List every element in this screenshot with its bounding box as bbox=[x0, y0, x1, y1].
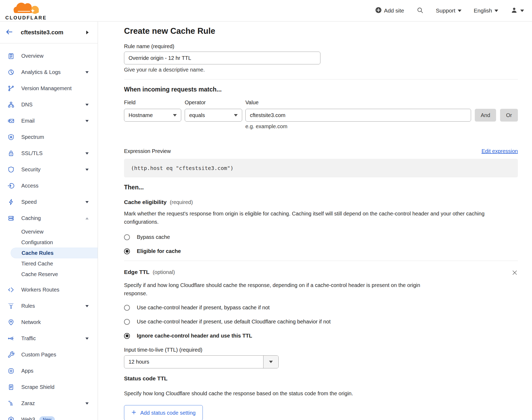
sidebar-subitem-cache-reserve[interactable]: Cache Reserve bbox=[0, 269, 98, 280]
chevron-down-icon bbox=[85, 169, 89, 171]
radio-icon bbox=[124, 319, 130, 325]
operator-select[interactable]: equals bbox=[185, 109, 242, 122]
sidebar-item-email[interactable]: Email bbox=[0, 113, 98, 129]
sidebar: cftestsite3.com Overview Analytics & Log… bbox=[0, 22, 98, 420]
site-name: cftestsite3.com bbox=[21, 29, 63, 36]
rule-name-input[interactable] bbox=[124, 52, 320, 64]
sidebar-item-traffic[interactable]: Traffic bbox=[0, 330, 98, 347]
bolt-icon bbox=[7, 198, 15, 206]
sidebar-item-custom-pages[interactable]: Custom Pages bbox=[0, 347, 98, 363]
account-menu[interactable] bbox=[510, 6, 524, 15]
sidebar-item-access[interactable]: Access bbox=[0, 178, 98, 194]
chevron-down-icon bbox=[263, 356, 278, 368]
sidebar-item-speed[interactable]: Speed bbox=[0, 194, 98, 210]
sidebar-item-workers-routes[interactable]: Workers Routes bbox=[0, 282, 98, 298]
sidebar-item-version-management[interactable]: Version Management bbox=[0, 80, 98, 97]
cache-eligibility-description: Mark whether the request's response from… bbox=[124, 210, 518, 226]
chevron-down-icon bbox=[85, 71, 89, 73]
cache-eligibility-heading: Cache eligibility bbox=[124, 199, 167, 205]
login-icon bbox=[7, 182, 15, 189]
radio-cache-control-default[interactable]: Use cache-control header if present, use… bbox=[124, 319, 518, 325]
radio-ignore-cache-control[interactable]: Ignore cache-control header and use this… bbox=[124, 333, 518, 339]
expression-preview-label: Expression Preview bbox=[124, 148, 171, 154]
sidebar-item-ssl-tls[interactable]: SSL/TLS bbox=[0, 145, 98, 161]
chevron-down-icon bbox=[85, 152, 89, 155]
status-code-ttl-description: Specify how long Cloudflare should cache… bbox=[124, 389, 518, 398]
required-tag: (required) bbox=[170, 199, 193, 205]
hexagon-node-icon bbox=[7, 416, 15, 420]
support-menu[interactable]: Support bbox=[436, 7, 462, 14]
logo-wordmark: CLOUDFLARE bbox=[5, 15, 47, 21]
close-icon[interactable] bbox=[512, 269, 518, 277]
language-menu[interactable]: English bbox=[474, 7, 498, 14]
add-status-code-button[interactable]: Add status code setting bbox=[124, 405, 203, 420]
field-select[interactable]: Hostname bbox=[124, 109, 181, 122]
add-site-button[interactable]: Add site bbox=[375, 7, 404, 15]
server-stack-icon bbox=[7, 215, 15, 222]
chevron-down-icon bbox=[85, 338, 89, 340]
radio-icon bbox=[124, 305, 130, 311]
optional-tag: (optional) bbox=[153, 269, 175, 275]
operator-label: Operator bbox=[185, 99, 245, 106]
envelope-icon bbox=[7, 117, 15, 124]
stacked-bars-icon bbox=[7, 400, 15, 407]
rule-name-helper: Give your rule a descriptive name. bbox=[124, 67, 518, 73]
sidebar-item-zaraz[interactable]: Zaraz bbox=[0, 395, 98, 411]
edge-ttl-description: Specify if and how long Cloudflare shoul… bbox=[124, 281, 441, 298]
sidebar-item-apps[interactable]: Apps bbox=[0, 363, 98, 379]
search-icon[interactable] bbox=[416, 7, 424, 15]
cloudflare-logo[interactable]: CLOUDFLARE bbox=[5, 1, 47, 21]
sidebar-subitem-cache-rules[interactable]: Cache Rules bbox=[11, 248, 98, 258]
sidebar-subitem-configuration[interactable]: Configuration bbox=[0, 237, 98, 248]
radio-cache-control-bypass[interactable]: Use cache-control header if present, byp… bbox=[124, 305, 518, 311]
rule-name-label: Rule name (required) bbox=[124, 43, 518, 49]
section-divider bbox=[124, 261, 518, 261]
chevron-down-icon bbox=[85, 120, 89, 122]
chevron-down-icon bbox=[173, 114, 177, 117]
map-pin-icon bbox=[7, 319, 15, 326]
filter-icon bbox=[7, 302, 15, 310]
sidebar-subitem-caching-overview[interactable]: Overview bbox=[0, 226, 98, 237]
sidebar-item-network[interactable]: Network bbox=[0, 314, 98, 330]
branch-icon bbox=[7, 85, 15, 92]
sidebar-subitem-tiered-cache[interactable]: Tiered Cache bbox=[0, 258, 98, 269]
or-button[interactable]: Or bbox=[500, 109, 518, 122]
shield-icon bbox=[7, 166, 15, 173]
sidebar-item-overview[interactable]: Overview bbox=[0, 48, 98, 64]
sidebar-item-caching[interactable]: Caching bbox=[0, 210, 98, 226]
cloudflare-cloud-icon bbox=[10, 1, 42, 16]
field-label: Field bbox=[124, 99, 185, 106]
value-input[interactable] bbox=[245, 109, 471, 122]
ttl-select[interactable]: 12 hours bbox=[124, 355, 279, 368]
sidebar-item-analytics-logs[interactable]: Analytics & Logs bbox=[0, 64, 98, 80]
sidebar-item-security[interactable]: Security bbox=[0, 161, 98, 178]
chevron-down-icon bbox=[458, 10, 461, 12]
and-button[interactable]: And bbox=[475, 109, 496, 122]
edge-ttl-heading: Edge TTL bbox=[124, 269, 150, 275]
document-icon bbox=[7, 384, 15, 391]
back-arrow-icon[interactable] bbox=[5, 28, 13, 37]
section-divider bbox=[124, 79, 518, 80]
sidebar-item-spectrum[interactable]: Spectrum bbox=[0, 129, 98, 145]
chevron-down-icon bbox=[85, 305, 89, 307]
edit-expression-link[interactable]: Edit expression bbox=[481, 148, 518, 154]
value-label: Value bbox=[245, 99, 259, 106]
radio-bypass-cache[interactable]: Bypass cache bbox=[124, 234, 518, 240]
hierarchy-icon bbox=[7, 101, 15, 108]
chevron-down-icon bbox=[520, 10, 524, 12]
chevron-up-icon bbox=[85, 217, 89, 219]
sidebar-item-dns[interactable]: DNS bbox=[0, 97, 98, 113]
site-header[interactable]: cftestsite3.com bbox=[0, 22, 98, 43]
lock-icon bbox=[7, 150, 15, 157]
sidebar-item-rules[interactable]: Rules bbox=[0, 298, 98, 314]
main-content: Create new Cache Rule Rule name (require… bbox=[98, 22, 532, 420]
wrench-icon bbox=[7, 351, 15, 358]
match-heading: When incoming requests match... bbox=[124, 86, 518, 93]
chevron-down-icon bbox=[85, 104, 89, 106]
chevron-down-icon bbox=[494, 10, 498, 12]
sidebar-item-web3[interactable]: Web3 New bbox=[0, 411, 98, 420]
then-heading: Then... bbox=[124, 184, 518, 191]
chevron-right-icon[interactable] bbox=[86, 31, 89, 34]
radio-eligible-for-cache[interactable]: Eligible for cache bbox=[124, 248, 518, 254]
sidebar-item-scrape-shield[interactable]: Scrape Shield bbox=[0, 379, 98, 395]
